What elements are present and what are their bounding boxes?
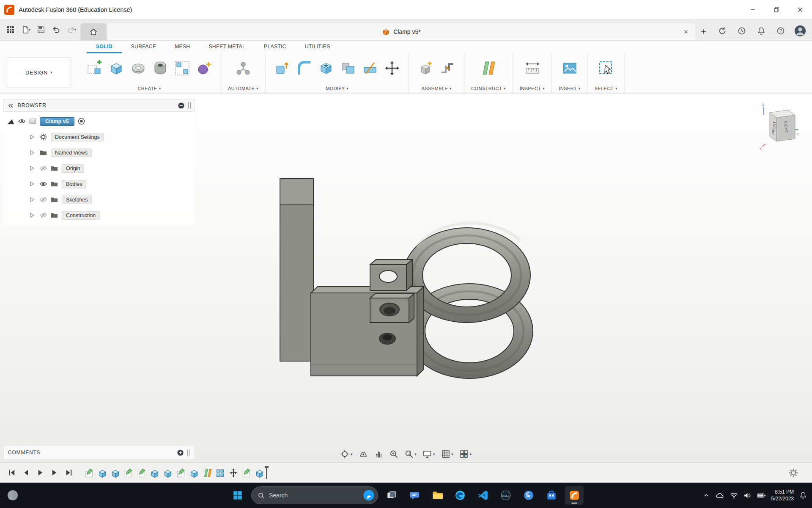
shell-button[interactable] <box>316 58 336 79</box>
taskbar-skype-icon[interactable] <box>519 486 538 505</box>
insert-image-button[interactable] <box>560 58 579 79</box>
orbit-button[interactable]: ▾ <box>340 450 353 458</box>
taskbar-edge-icon[interactable] <box>451 486 469 505</box>
ribbon-group-label-construct[interactable]: CONSTRUCT▾ <box>471 86 506 91</box>
minimize-button[interactable] <box>741 0 765 19</box>
browser-item-document-settings[interactable]: Document Settings <box>3 129 195 145</box>
restore-button[interactable] <box>765 0 788 19</box>
ribbon-group-label-modify[interactable]: MODIFY▾ <box>326 86 348 91</box>
file-menu-button[interactable]: ▾ <box>19 22 33 37</box>
ribbon-group-label-select[interactable]: SELECT▾ <box>595 86 617 91</box>
expand-arrow-icon[interactable] <box>28 164 36 172</box>
timeline-feature-sketch[interactable] <box>176 467 186 479</box>
search-input[interactable] <box>269 492 358 499</box>
hole-button[interactable] <box>151 58 170 79</box>
document-tab[interactable]: Clamp v5* <box>382 28 421 36</box>
timeline-feature-move[interactable] <box>228 467 239 479</box>
extrude-button[interactable] <box>107 58 126 79</box>
wifi-icon[interactable] <box>730 492 738 499</box>
taskbar-clock[interactable]: 8:51 PM 5/22/2023 <box>771 489 794 502</box>
user-account-button[interactable] <box>794 25 806 37</box>
fit-button[interactable]: ▾ <box>404 450 417 458</box>
comments-collapse-button[interactable] <box>177 449 184 456</box>
volume-icon[interactable] <box>743 492 752 499</box>
joint-button[interactable] <box>438 58 457 79</box>
dropdown-caret-icon[interactable]: ▾ <box>414 452 417 456</box>
eye-off-icon[interactable] <box>39 196 47 204</box>
construct-plane-button[interactable] <box>479 58 498 79</box>
display-settings-button[interactable]: ▾ <box>423 450 435 458</box>
browser-item-sketches[interactable]: Sketches <box>3 192 195 207</box>
revolve-button[interactable] <box>129 58 148 79</box>
form-button[interactable] <box>195 58 214 79</box>
taskbar-file-explorer-icon[interactable] <box>428 486 447 505</box>
timeline-feature-extrude[interactable] <box>189 467 199 479</box>
redo-button[interactable]: ▾ <box>64 22 79 37</box>
timeline-feature-extrude[interactable] <box>97 467 107 479</box>
ribbon-tab-sheet-metal[interactable]: SHEET METAL <box>199 41 255 53</box>
close-button[interactable] <box>788 0 812 19</box>
ribbon-tab-utilities[interactable]: UTILITIES <box>296 41 340 53</box>
ribbon-tab-mesh[interactable]: MESH <box>165 41 199 53</box>
taskbar-chat-icon[interactable] <box>405 486 424 505</box>
workspace-selector[interactable]: DESIGN ▾ <box>7 58 71 87</box>
timeline-feature-sketch[interactable] <box>123 467 134 479</box>
eye-off-icon[interactable] <box>39 164 47 172</box>
combine-button[interactable] <box>338 58 358 79</box>
pattern-button[interactable] <box>173 58 192 79</box>
timeline-play-button[interactable] <box>36 468 45 478</box>
new-document-tab-button[interactable] <box>697 25 710 38</box>
timeline-feature-extrude[interactable] <box>254 467 265 479</box>
job-status-button[interactable] <box>736 25 748 37</box>
new-component-button[interactable] <box>416 58 435 79</box>
activate-component-radio-icon[interactable] <box>77 117 85 125</box>
expand-arrow-icon[interactable] <box>28 180 36 188</box>
browser-root-label[interactable]: Clamp v5 <box>40 117 74 126</box>
ribbon-group-label-inspect[interactable]: INSPECT▾ <box>520 86 545 91</box>
timeline-position-marker[interactable] <box>266 467 267 479</box>
timeline-feature-extrude[interactable] <box>162 467 173 479</box>
browser-item-construction[interactable]: Construction <box>3 207 195 223</box>
timeline-feature-sketch[interactable] <box>241 467 252 479</box>
eye-icon[interactable] <box>18 117 26 125</box>
viewports-button[interactable]: ▾ <box>460 450 472 458</box>
close-document-tab-button[interactable] <box>681 27 691 37</box>
browser-item-bodies[interactable]: Bodies <box>3 176 195 192</box>
timeline-feature-mirror[interactable] <box>202 467 212 479</box>
view-cube[interactable]: Z Y X FRONT RIGHT <box>758 101 800 155</box>
ribbon-tab-plastic[interactable]: PLASTIC <box>255 41 296 53</box>
ribbon-group-label-automate[interactable]: AUTOMATE▾ <box>228 86 258 91</box>
split-button[interactable] <box>360 58 380 79</box>
ribbon-group-label-assemble[interactable]: ASSEMBLE▾ <box>422 86 452 91</box>
ribbon-group-label-create[interactable]: CREATE▾ <box>137 86 161 91</box>
taskbar-vscode-icon[interactable] <box>474 486 492 505</box>
taskbar-store-icon[interactable] <box>542 486 561 505</box>
timeline-feature-pattern[interactable] <box>215 467 225 479</box>
eye-off-icon[interactable] <box>39 211 47 219</box>
ribbon-tab-surface[interactable]: SURFACE <box>122 41 165 53</box>
bing-icon[interactable] <box>362 489 375 502</box>
timeline-settings-gear-icon[interactable] <box>788 468 798 478</box>
tray-chevron-up-icon[interactable] <box>703 492 710 499</box>
dropdown-caret-icon[interactable]: ▾ <box>433 452 435 456</box>
dropdown-caret-icon[interactable]: ▾ <box>351 452 353 456</box>
dropdown-caret-icon[interactable]: ▾ <box>470 452 472 456</box>
clamp-model[interactable] <box>280 179 533 378</box>
browser-collapse-button[interactable] <box>178 102 185 109</box>
browser-item-origin[interactable]: Origin <box>3 160 195 176</box>
start-button[interactable] <box>228 486 247 505</box>
taskbar-dell-icon[interactable]: DELL <box>497 486 515 505</box>
notifications-button[interactable] <box>755 25 767 37</box>
widgets-icon[interactable] <box>6 489 19 502</box>
expand-arrow-icon[interactable] <box>28 211 36 219</box>
undo-button[interactable] <box>49 22 63 37</box>
select-cursor-button[interactable] <box>596 58 616 79</box>
taskbar-fusion360-icon[interactable] <box>565 486 584 505</box>
measure-button[interactable] <box>523 58 542 79</box>
browser-item-named-views[interactable]: Named Views <box>3 145 195 160</box>
expand-arrow-icon[interactable] <box>28 196 36 204</box>
eye-icon[interactable] <box>39 180 47 188</box>
ribbon-group-label-insert[interactable]: INSERT▾ <box>559 86 580 91</box>
grid-settings-button[interactable]: ▾ <box>441 450 453 458</box>
timeline-step-back-button[interactable] <box>21 468 30 478</box>
